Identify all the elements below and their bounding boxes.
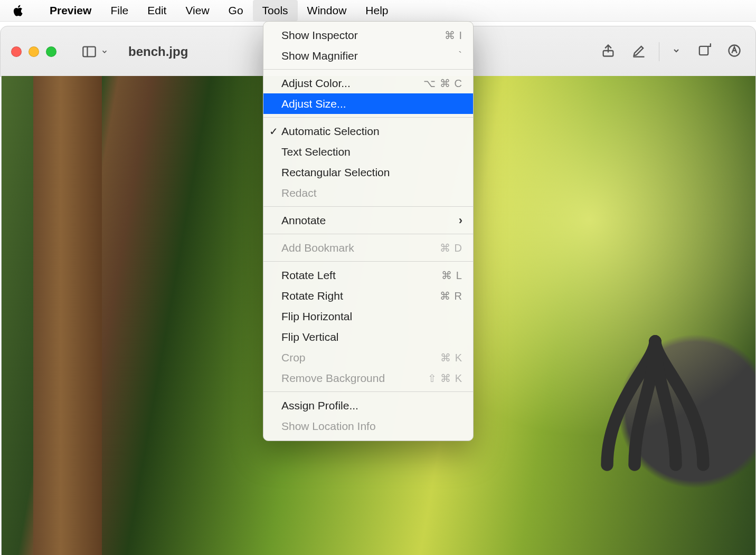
menu-app-name[interactable]: Preview xyxy=(40,0,101,21)
menu-item-label: Flip Vertical xyxy=(281,331,462,343)
menu-item-label: Show Inspector xyxy=(281,29,445,42)
menu-item-label: Remove Background xyxy=(281,372,428,385)
menu-item-show-inspector[interactable]: Show Inspector⌘ I xyxy=(263,25,473,45)
markup-button[interactable] xyxy=(628,40,649,63)
menu-item-label: Assign Profile... xyxy=(281,399,462,412)
menu-item-text-selection[interactable]: Text Selection xyxy=(263,141,473,162)
chevron-down-icon xyxy=(672,46,681,55)
menu-item-label: Adjust Size... xyxy=(281,98,462,110)
menu-item-adjust-color[interactable]: Adjust Color...⌥ ⌘ C xyxy=(263,73,473,93)
sidebar-toggle-button[interactable] xyxy=(82,44,108,59)
sidebar-icon xyxy=(82,44,97,59)
menu-item-adjust-size[interactable]: Adjust Size... xyxy=(263,93,473,114)
menubar: Preview File Edit View Go Tools Window H… xyxy=(0,0,756,22)
menu-item-label: Adjust Color... xyxy=(281,77,423,90)
chevron-right-icon: › xyxy=(459,214,462,227)
svg-rect-4 xyxy=(700,46,708,54)
menu-item-rotate-left[interactable]: Rotate Left⌘ L xyxy=(263,265,473,285)
menu-divider xyxy=(263,206,473,207)
toolbar-dropdown-button[interactable] xyxy=(669,43,684,60)
menu-divider xyxy=(263,117,473,118)
menu-item-annotate[interactable]: Annotate› xyxy=(263,210,473,231)
checkmark-icon: ✓ xyxy=(269,125,278,138)
menu-item-label: Add Bookmark xyxy=(281,242,440,254)
tools-dropdown-menu: Show Inspector⌘ IShow Magnifier`Adjust C… xyxy=(263,21,474,441)
menu-item-shortcut: ⌘ R xyxy=(440,290,462,302)
share-icon xyxy=(601,43,616,58)
menu-edit[interactable]: Edit xyxy=(138,0,176,21)
chevron-down-icon xyxy=(101,48,108,55)
menu-item-shortcut: ⌘ I xyxy=(445,29,462,42)
menu-file[interactable]: File xyxy=(101,0,138,21)
menu-item-flip-vertical[interactable]: Flip Vertical xyxy=(263,327,473,347)
menu-item-rotate-right[interactable]: Rotate Right⌘ R xyxy=(263,285,473,306)
rotate-button[interactable] xyxy=(693,40,714,63)
menu-item-shortcut: ` xyxy=(458,50,462,62)
menu-divider xyxy=(263,234,473,234)
menu-item-show-location-info: Show Location Info xyxy=(263,416,473,436)
menu-item-shortcut: ⇧ ⌘ K xyxy=(428,372,462,385)
toolbar-separator xyxy=(659,42,659,61)
zoom-window-button[interactable] xyxy=(46,46,56,57)
rotate-icon xyxy=(696,43,711,58)
menu-item-rectangular-selection[interactable]: Rectangular Selection xyxy=(263,162,473,183)
menu-item-show-magnifier[interactable]: Show Magnifier` xyxy=(263,45,473,66)
menu-item-label: Rectangular Selection xyxy=(281,166,462,179)
menu-item-label: Flip Horizontal xyxy=(281,310,462,323)
close-window-button[interactable] xyxy=(11,46,22,57)
menu-item-automatic-selection[interactable]: ✓Automatic Selection xyxy=(263,121,473,141)
menu-item-redact: Redact xyxy=(263,183,473,203)
menu-item-label: Rotate Right xyxy=(281,290,440,302)
menu-item-label: Rotate Left xyxy=(281,269,441,282)
menu-item-label: Annotate xyxy=(281,214,459,227)
tree-bark-region xyxy=(33,76,102,555)
menu-item-label: Crop xyxy=(281,351,440,364)
menu-item-shortcut: ⌘ L xyxy=(441,269,462,282)
menu-item-assign-profile[interactable]: Assign Profile... xyxy=(263,395,473,416)
arch-sculpture-region xyxy=(587,329,724,477)
menu-view[interactable]: View xyxy=(176,0,219,21)
svg-rect-0 xyxy=(83,46,95,56)
pencil-icon xyxy=(631,43,646,58)
menu-item-label: Text Selection xyxy=(281,146,462,158)
menu-item-shortcut: ⌘ D xyxy=(440,242,462,254)
menu-item-crop: Crop⌘ K xyxy=(263,347,473,368)
menu-item-shortcut: ⌘ K xyxy=(440,351,462,364)
annotate-icon xyxy=(727,43,742,58)
menu-item-shortcut: ⌥ ⌘ C xyxy=(423,77,462,90)
menu-item-label: Show Magnifier xyxy=(281,50,458,62)
annotate-toolbar-button[interactable] xyxy=(724,40,745,63)
menu-divider xyxy=(263,391,473,392)
window-title: bench.jpg xyxy=(128,44,188,59)
menu-help[interactable]: Help xyxy=(356,0,398,21)
menu-window[interactable]: Window xyxy=(298,0,356,21)
menu-item-label: Redact xyxy=(281,187,462,199)
menu-tools[interactable]: Tools xyxy=(253,0,298,21)
menu-divider xyxy=(263,69,473,70)
menu-item-remove-background: Remove Background⇧ ⌘ K xyxy=(263,368,473,388)
traffic-lights xyxy=(11,46,56,57)
menu-go[interactable]: Go xyxy=(219,0,253,21)
menu-divider xyxy=(263,261,473,262)
menu-item-label: Show Location Info xyxy=(281,420,462,433)
minimize-window-button[interactable] xyxy=(29,46,39,57)
apple-logo-icon[interactable] xyxy=(12,4,25,17)
menu-item-label: Automatic Selection xyxy=(281,125,462,138)
menu-item-add-bookmark: Add Bookmark⌘ D xyxy=(263,237,473,258)
share-button[interactable] xyxy=(598,40,619,63)
menu-item-flip-horizontal[interactable]: Flip Horizontal xyxy=(263,306,473,327)
